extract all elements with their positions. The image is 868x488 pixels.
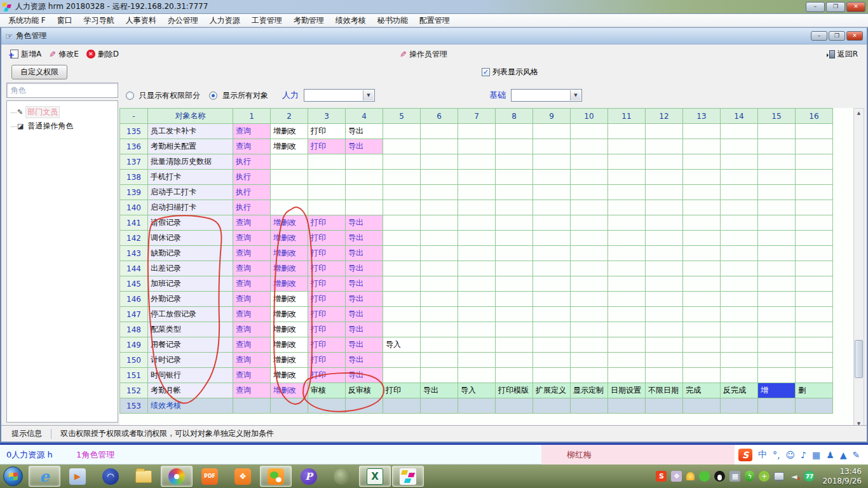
permission-cell[interactable] <box>458 215 496 231</box>
permission-cell[interactable] <box>796 215 833 231</box>
permission-cell[interactable] <box>646 292 683 307</box>
restore-button[interactable]: ❐ <box>826 2 845 12</box>
emoji-icon[interactable]: ☺ <box>785 450 795 460</box>
media-player-icon[interactable]: ▶ <box>62 466 93 487</box>
permission-cell[interactable] <box>421 246 458 261</box>
permission-cell[interactable]: 增删改 <box>271 353 308 368</box>
permission-cell[interactable] <box>758 200 796 215</box>
permission-cell[interactable] <box>421 231 458 246</box>
object-name-cell[interactable]: 考勤相关配置 <box>148 139 233 154</box>
table-row[interactable]: 136考勤相关配置查询增删改打印导出 <box>120 139 833 154</box>
permission-cell[interactable] <box>683 353 721 368</box>
permission-cell[interactable] <box>458 154 496 170</box>
permission-cell[interactable] <box>383 322 421 337</box>
column-header-number[interactable]: 15 <box>758 109 796 124</box>
column-header-number[interactable]: 2 <box>271 109 308 124</box>
permission-cell[interactable] <box>533 307 571 322</box>
permission-cell[interactable] <box>646 139 683 154</box>
permission-cell[interactable] <box>458 353 496 368</box>
permission-cell[interactable] <box>571 231 608 246</box>
permission-cell[interactable]: 增删改 <box>271 292 308 307</box>
table-row[interactable]: 149用餐记录查询增删改打印导出导入 <box>120 337 833 353</box>
table-row[interactable]: 145加班记录查询增删改打印导出 <box>120 276 833 292</box>
object-name-cell[interactable]: 时间银行 <box>148 368 233 383</box>
table-row[interactable]: 150计时记录查询增删改打印导出 <box>120 353 833 368</box>
permission-cell[interactable] <box>721 292 758 307</box>
permission-cell[interactable] <box>496 276 533 292</box>
file-explorer-icon[interactable] <box>128 466 159 487</box>
pdf-reader-icon[interactable]: PDF <box>194 466 226 487</box>
permission-cell[interactable] <box>571 139 608 154</box>
pinwheel-browser-icon[interactable] <box>161 466 193 487</box>
column-header-number[interactable]: 9 <box>533 109 571 124</box>
permission-cell[interactable] <box>533 292 571 307</box>
permission-cell[interactable] <box>721 170 758 185</box>
permission-cell[interactable]: 执行 <box>233 200 271 215</box>
table-row[interactable]: 146外勤记录查询增删改打印导出 <box>120 292 833 307</box>
permission-cell[interactable] <box>721 185 758 200</box>
permission-cell[interactable]: 打印 <box>308 139 346 154</box>
delete-button[interactable]: ✕ 删除D <box>83 48 123 61</box>
permission-cell[interactable]: 查询 <box>233 322 271 337</box>
permission-cell[interactable] <box>608 200 646 215</box>
permission-cell[interactable] <box>383 170 421 185</box>
permission-cell[interactable]: 打印模版 <box>496 383 533 398</box>
permission-cell[interactable] <box>383 139 421 154</box>
permission-cell[interactable]: 删 <box>796 383 833 398</box>
permission-cell[interactable] <box>721 276 758 292</box>
hrm-app-icon[interactable] <box>392 466 424 487</box>
permission-cell[interactable] <box>383 307 421 322</box>
table-row[interactable]: 147停工放假记录查询增删改打印导出 <box>120 307 833 322</box>
column-header-number[interactable]: 4 <box>346 109 383 124</box>
window-tab-role[interactable]: 1角色管理 <box>76 449 114 461</box>
permission-cell[interactable] <box>796 124 833 139</box>
permission-cell[interactable] <box>533 231 571 246</box>
permission-cell[interactable] <box>496 368 533 383</box>
permission-cell[interactable] <box>683 231 721 246</box>
permission-cell[interactable]: 查询 <box>233 124 271 139</box>
permission-cell[interactable] <box>758 246 796 261</box>
permission-cell[interactable] <box>533 170 571 185</box>
permission-cell[interactable] <box>346 185 383 200</box>
volume-muted-icon[interactable]: ◄ <box>789 471 799 482</box>
table-row[interactable]: 139启动手工打卡执行 <box>120 185 833 200</box>
network-icon[interactable] <box>774 472 784 480</box>
table-row[interactable]: 151时间银行查询增删改打印导出 <box>120 368 833 383</box>
permission-cell[interactable] <box>758 337 796 353</box>
excel-icon[interactable]: X <box>359 466 391 487</box>
permission-cell[interactable] <box>796 398 833 414</box>
permission-cell[interactable] <box>608 398 646 414</box>
column-header-object-name[interactable]: 对象名称 <box>148 109 233 124</box>
table-row[interactable]: 148配菜类型查询增删改打印导出 <box>120 322 833 337</box>
permission-cell[interactable] <box>421 215 458 231</box>
permission-cell[interactable]: 打印 <box>308 276 346 292</box>
permission-cell[interactable] <box>683 368 721 383</box>
permission-cell[interactable] <box>383 246 421 261</box>
permission-cell[interactable] <box>646 353 683 368</box>
permission-cell[interactable]: 打印 <box>308 261 346 276</box>
permission-cell[interactable]: 导出 <box>346 337 383 353</box>
object-name-cell[interactable]: 缺勤记录 <box>148 246 233 261</box>
permission-cell[interactable]: 导入 <box>458 383 496 398</box>
modify-button[interactable]: ✎ 修改E <box>45 48 83 61</box>
permission-cell[interactable]: 增删改 <box>271 383 308 398</box>
soft-keyboard-icon[interactable]: ▦ <box>812 450 820 460</box>
permission-cell[interactable]: 导出 <box>346 353 383 368</box>
object-name-cell[interactable]: 请假记录 <box>148 215 233 231</box>
share-app-icon[interactable]: ❖ <box>227 466 259 487</box>
permission-cell[interactable] <box>421 353 458 368</box>
table-row[interactable]: 143缺勤记录查询增删改打印导出 <box>120 246 833 261</box>
permission-cell[interactable]: 查询 <box>233 231 271 246</box>
permission-cell[interactable] <box>496 322 533 337</box>
chinese-mode-icon[interactable]: 中 <box>758 449 767 461</box>
permission-cell[interactable] <box>571 154 608 170</box>
permission-cell[interactable] <box>496 170 533 185</box>
permission-cell[interactable]: 增删改 <box>271 246 308 261</box>
object-name-cell[interactable]: 启动扫描打卡 <box>148 200 233 215</box>
permission-cell[interactable] <box>646 261 683 276</box>
sogou-tray-icon[interactable]: S <box>656 471 667 482</box>
permission-cell[interactable] <box>721 124 758 139</box>
permission-cell[interactable] <box>571 353 608 368</box>
permission-cell[interactable] <box>571 368 608 383</box>
permission-cell[interactable]: 增 <box>758 383 796 398</box>
